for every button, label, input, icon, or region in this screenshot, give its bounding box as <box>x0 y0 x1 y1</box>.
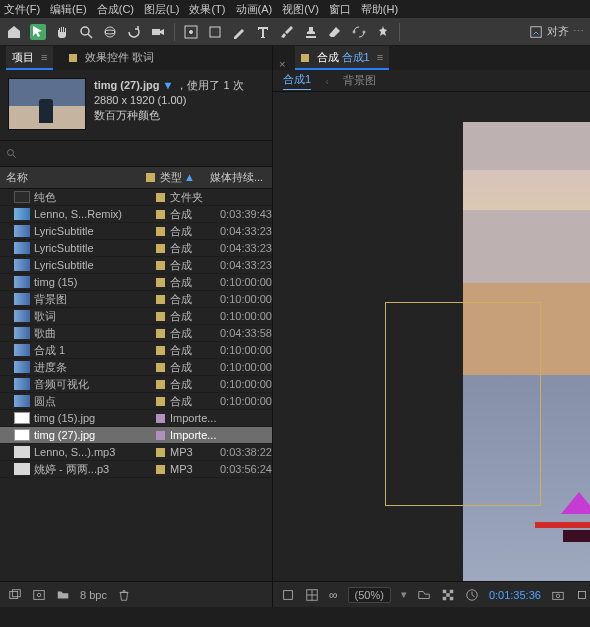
project-item[interactable]: 歌曲合成0:04:33:58 <box>0 325 272 342</box>
viewer-canvas[interactable] <box>273 92 590 581</box>
item-label-swatch[interactable] <box>150 278 170 287</box>
menu-anim[interactable]: 动画(A) <box>236 2 273 17</box>
col-label[interactable] <box>140 172 160 184</box>
item-label-swatch[interactable] <box>150 346 170 355</box>
chevron-down-icon[interactable]: ▾ <box>401 588 407 601</box>
project-item[interactable]: 进度条合成0:10:00:00 <box>0 359 272 376</box>
tab-effect-controls[interactable]: 效果控件 歌词 <box>63 46 159 70</box>
transparency-grid-icon[interactable] <box>441 588 455 602</box>
interpret-footage-icon[interactable] <box>8 588 22 602</box>
project-item[interactable]: Lenno, S...Remix)合成0:03:39:43 <box>0 206 272 223</box>
zoom-percentage[interactable]: (50%) <box>348 587 391 603</box>
hand-tool-icon[interactable] <box>54 24 70 40</box>
brush-tool-icon[interactable] <box>279 24 295 40</box>
item-type: 合成 <box>170 377 220 392</box>
new-comp-icon[interactable] <box>32 588 46 602</box>
project-item[interactable]: 歌词合成0:10:00:00 <box>0 308 272 325</box>
item-label-swatch[interactable] <box>150 227 170 236</box>
region-icon[interactable] <box>575 588 589 602</box>
col-type[interactable]: 类型▲ <box>160 170 210 185</box>
home-icon[interactable] <box>6 24 22 40</box>
project-item[interactable]: LyricSubtitle合成0:04:33:23 <box>0 257 272 274</box>
project-item[interactable]: 姚婷 - 两两...p3MP30:03:56:24 <box>0 461 272 478</box>
zoom-tool-icon[interactable] <box>78 24 94 40</box>
menu-help[interactable]: 帮助(H) <box>361 2 398 17</box>
menu-window[interactable]: 窗口 <box>329 2 351 17</box>
grid-icon[interactable] <box>305 588 319 602</box>
shape-tool-icon[interactable] <box>207 24 223 40</box>
item-label-swatch[interactable] <box>150 295 170 304</box>
project-item[interactable]: LyricSubtitle合成0:04:33:23 <box>0 223 272 240</box>
menu-layer[interactable]: 图层(L) <box>144 2 179 17</box>
project-item[interactable]: timg (15)合成0:10:00:00 <box>0 274 272 291</box>
item-name: 背景图 <box>34 292 150 307</box>
project-item[interactable]: 纯色文件夹 <box>0 189 272 206</box>
stamp-tool-icon[interactable] <box>303 24 319 40</box>
item-type: 合成 <box>170 207 220 222</box>
new-folder-icon[interactable] <box>56 588 70 602</box>
item-label-swatch[interactable] <box>150 465 170 474</box>
tab-composition[interactable]: 合成 合成1 ≡ <box>295 46 389 70</box>
item-label-swatch[interactable] <box>150 312 170 321</box>
item-label-swatch[interactable] <box>150 380 170 389</box>
project-item[interactable]: 合成 1合成0:10:00:00 <box>0 342 272 359</box>
menu-effect[interactable]: 效果(T) <box>189 2 225 17</box>
tab-project[interactable]: 项目 ≡ <box>6 46 53 70</box>
item-label-swatch[interactable] <box>150 397 170 406</box>
item-label-swatch[interactable] <box>150 414 170 423</box>
subtab-comp1[interactable]: 合成1 <box>283 72 311 90</box>
timecode-icon[interactable] <box>465 588 479 602</box>
asset-thumbnail[interactable] <box>8 78 86 130</box>
viewer-footer: ∞ (50%) ▾ 0:01:35:36 <box>273 581 590 607</box>
snap-toggle[interactable]: 对齐 ⋯ <box>529 24 584 39</box>
project-item[interactable]: Lenno, S...).mp3MP30:03:38:22 <box>0 444 272 461</box>
snapshot-icon[interactable] <box>551 588 565 602</box>
orbit-tool-icon[interactable] <box>102 24 118 40</box>
project-item[interactable]: timg (15).jpgImporte... <box>0 410 272 427</box>
project-search[interactable] <box>0 141 272 167</box>
selection-tool-icon[interactable] <box>30 24 46 40</box>
item-label-swatch[interactable] <box>150 329 170 338</box>
snap-options-icon[interactable]: ⋯ <box>573 25 584 38</box>
pen-tool-icon[interactable] <box>231 24 247 40</box>
project-item[interactable]: 圆点合成0:10:00:00 <box>0 393 272 410</box>
magnify-icon[interactable] <box>281 588 295 602</box>
eraser-tool-icon[interactable] <box>327 24 343 40</box>
anchor-tool-icon[interactable] <box>183 24 199 40</box>
roto-tool-icon[interactable] <box>351 24 367 40</box>
project-item[interactable]: 音频可视化合成0:10:00:00 <box>0 376 272 393</box>
item-label-swatch[interactable] <box>150 431 170 440</box>
panel-menu-icon[interactable]: ≡ <box>41 51 47 63</box>
project-item[interactable]: timg (27).jpgImporte... <box>0 427 272 444</box>
item-label-swatch[interactable] <box>150 448 170 457</box>
project-item[interactable]: 背景图合成0:10:00:00 <box>0 291 272 308</box>
item-label-swatch[interactable] <box>150 210 170 219</box>
item-label-swatch[interactable] <box>150 244 170 253</box>
menu-comp[interactable]: 合成(C) <box>97 2 134 17</box>
menu-view[interactable]: 视图(V) <box>282 2 319 17</box>
menu-file[interactable]: 文件(F) <box>4 2 40 17</box>
layer-selection-bounds[interactable] <box>385 302 541 506</box>
trash-icon[interactable] <box>117 588 131 602</box>
rotate-tool-icon[interactable] <box>126 24 142 40</box>
text-tool-icon[interactable] <box>255 24 271 40</box>
panel-menu-icon[interactable]: ≡ <box>377 51 383 63</box>
close-comp-tab-icon[interactable]: × <box>279 58 285 70</box>
resolution-icon[interactable] <box>417 588 431 602</box>
comp-icon <box>14 259 30 271</box>
project-item-list[interactable]: 纯色文件夹Lenno, S...Remix)合成0:03:39:43LyricS… <box>0 189 272 581</box>
mask-toggle-icon[interactable]: ∞ <box>329 588 338 602</box>
item-label-swatch[interactable] <box>150 261 170 270</box>
composition-frame[interactable] <box>463 122 590 581</box>
bpc-toggle[interactable]: 8 bpc <box>80 589 107 601</box>
current-timecode[interactable]: 0:01:35:36 <box>489 589 541 601</box>
subtab-bg[interactable]: 背景图 <box>343 73 376 88</box>
puppet-tool-icon[interactable] <box>375 24 391 40</box>
menu-edit[interactable]: 编辑(E) <box>50 2 87 17</box>
col-duration[interactable]: 媒体持续... <box>210 170 272 185</box>
col-name[interactable]: 名称 <box>0 170 140 185</box>
item-label-swatch[interactable] <box>150 363 170 372</box>
project-item[interactable]: LyricSubtitle合成0:04:33:23 <box>0 240 272 257</box>
item-label-swatch[interactable] <box>150 193 170 202</box>
camera-tool-icon[interactable] <box>150 24 166 40</box>
